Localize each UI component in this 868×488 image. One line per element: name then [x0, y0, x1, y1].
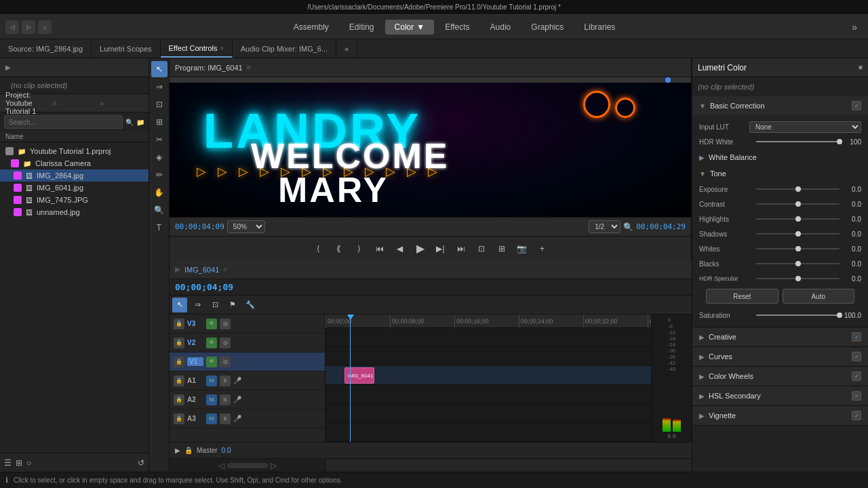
track-row-v1[interactable]: IMG_6041: [326, 366, 651, 385]
exposure-thumb[interactable]: [795, 186, 801, 192]
monitor-timeline-bar[interactable]: [170, 77, 691, 83]
a2-solo-btn[interactable]: S: [220, 394, 231, 405]
a3-mute-btn[interactable]: M: [206, 413, 217, 424]
timeline-select-tool[interactable]: ↖: [172, 298, 187, 312]
basic-correction-header[interactable]: ▼ Basic Correction ✓: [692, 96, 868, 115]
project-item-img2864[interactable]: 🖼 IMG_2864.jpg: [0, 169, 149, 182]
step-back-btn[interactable]: ◀: [392, 241, 408, 257]
export-frame-btn[interactable]: 📷: [514, 241, 530, 257]
a2-lock-btn[interactable]: 🔒: [174, 394, 184, 405]
v1-lock-btn[interactable]: 🔒: [174, 357, 184, 367]
tab-effects[interactable]: Effects: [435, 20, 479, 35]
project-item-unnamed[interactable]: 🖼 unnamed.jpg: [0, 206, 149, 218]
shadows-slider[interactable]: [756, 233, 840, 235]
nav-forward-btn[interactable]: ▷: [22, 20, 35, 34]
vignette-checkbox[interactable]: ✓: [852, 411, 861, 420]
a1-solo-btn[interactable]: S: [220, 375, 231, 386]
tab-assembly[interactable]: Assembly: [284, 20, 338, 35]
input-lut-select[interactable]: None: [749, 121, 861, 133]
timeline-zoom-bar[interactable]: [227, 463, 268, 468]
nav-more-btn[interactable]: »: [846, 22, 863, 33]
pen-btn[interactable]: ✏: [151, 167, 167, 183]
project-item-img6041[interactable]: 🖼 IMG_6041.jpg: [0, 182, 149, 194]
timeline-tracks-area[interactable]: 00;00;00 00;00;08;00 00;00;16;00 00;00;2…: [326, 314, 651, 442]
mark-clip-btn[interactable]: ⟪: [331, 241, 347, 257]
zoom-tool-btn[interactable]: 🔍: [151, 202, 167, 218]
mark-in-btn[interactable]: ⟨: [311, 241, 327, 257]
a1-mute-btn[interactable]: M: [206, 375, 217, 386]
curves-checkbox[interactable]: ✓: [852, 352, 861, 361]
reset-btn[interactable]: Reset: [706, 289, 778, 304]
nav-back-btn[interactable]: ◁: [5, 20, 19, 34]
vignette-header[interactable]: ▶ Vignette ✓: [692, 406, 868, 425]
hsl-secondary-checkbox[interactable]: ✓: [852, 391, 861, 401]
track-row-a1[interactable]: [326, 385, 651, 404]
tone-header[interactable]: ▼ Tone: [699, 165, 861, 182]
blacks-slider[interactable]: [756, 263, 840, 264]
timeline-scroll-bar[interactable]: [326, 459, 692, 472]
more-panels-btn[interactable]: »: [336, 39, 357, 58]
contrast-thumb[interactable]: [795, 201, 801, 207]
timeline-track-select[interactable]: ⇒: [190, 298, 205, 312]
color-wheels-checkbox[interactable]: ✓: [852, 371, 861, 381]
curves-header[interactable]: ▶ Curves ✓: [692, 347, 868, 366]
timeline-flag-btn[interactable]: ⚑: [225, 298, 240, 312]
hdr-white-slider[interactable]: [756, 141, 840, 142]
track-row-a2[interactable]: [326, 404, 651, 423]
selection-tool-btn[interactable]: ↖: [151, 61, 167, 77]
fraction-select[interactable]: 1/2 Full 1/4: [589, 220, 620, 233]
basic-correction-checkbox[interactable]: ✓: [852, 101, 861, 110]
project-item-clarissa[interactable]: 📁 Clarissa Camera: [0, 157, 149, 169]
contrast-slider[interactable]: [756, 203, 840, 205]
v2-eye-btn[interactable]: 👁: [206, 338, 217, 348]
creative-header[interactable]: ▶ Creative ✓: [692, 327, 868, 346]
play-btn[interactable]: ▶: [412, 241, 429, 257]
v1-eye-btn[interactable]: 👁: [206, 357, 217, 367]
razor-btn[interactable]: ✂: [151, 131, 167, 148]
timeline-ripple[interactable]: ⊡: [208, 298, 222, 312]
v1-sync-btn[interactable]: ◎: [220, 357, 231, 367]
a2-mute-btn[interactable]: M: [206, 394, 217, 405]
goto-out-btn[interactable]: ⏭: [453, 241, 469, 257]
monitor-menu-icon[interactable]: ≡: [247, 64, 251, 71]
nav-home-btn[interactable]: ⌂: [38, 20, 52, 34]
v3-eye-btn[interactable]: 👁: [206, 319, 217, 329]
project-expand-icon[interactable]: »: [100, 100, 143, 107]
lumetri-menu-icon[interactable]: ≡: [859, 64, 863, 71]
exposure-slider[interactable]: [756, 188, 840, 190]
add-marker-btn[interactable]: +: [534, 241, 551, 257]
tab-graphics[interactable]: Graphics: [521, 20, 573, 35]
hdr-white-thumb[interactable]: [837, 139, 842, 144]
new-bin-icon[interactable]: 📁: [136, 119, 144, 126]
extract-btn[interactable]: ⊞: [494, 241, 510, 257]
tab-audio[interactable]: Audio: [481, 20, 521, 35]
mark-out-btn[interactable]: ⟩: [351, 241, 368, 257]
color-wheels-header[interactable]: ▶ Color Wheels ✓: [692, 367, 868, 386]
v2-lock-btn[interactable]: 🔒: [174, 338, 184, 348]
highlights-thumb[interactable]: [795, 216, 801, 222]
master-nav-btn[interactable]: ▶: [175, 447, 180, 454]
blacks-thumb[interactable]: [795, 261, 801, 266]
icon-view-btn[interactable]: ⊞: [16, 458, 22, 468]
audio-clip-mixer-tab[interactable]: Audio Clip Mixer: IMG_6...: [233, 39, 336, 58]
new-item-btn[interactable]: ↺: [138, 458, 144, 468]
zoom-select[interactable]: 50% 25% 100%: [227, 220, 265, 233]
shadows-thumb[interactable]: [795, 231, 801, 237]
list-view-icon[interactable]: ☰: [4, 458, 12, 468]
track-row-v2[interactable]: [326, 347, 651, 366]
tab-color[interactable]: Color ▼: [385, 20, 435, 35]
text-tool-btn[interactable]: T: [151, 220, 167, 236]
v2-sync-btn[interactable]: ◎: [220, 338, 231, 348]
whites-slider[interactable]: [756, 248, 840, 249]
project-search-input[interactable]: [4, 115, 123, 129]
highlights-slider[interactable]: [756, 218, 840, 220]
timeline-nav-left[interactable]: ◁: [218, 461, 224, 470]
tab-libraries[interactable]: Libraries: [574, 20, 625, 35]
hdr-specular-thumb[interactable]: [795, 276, 801, 281]
lumetri-scopes-tab[interactable]: Lumetri Scopes: [92, 39, 160, 58]
slip-btn[interactable]: ◈: [151, 149, 167, 165]
hsl-secondary-header[interactable]: ▶ HSL Secondary ✓: [692, 386, 868, 405]
v3-lock-btn[interactable]: 🔒: [174, 319, 184, 329]
timeline-menu-icon[interactable]: ≡: [223, 266, 227, 273]
saturation-slider[interactable]: [756, 314, 840, 316]
